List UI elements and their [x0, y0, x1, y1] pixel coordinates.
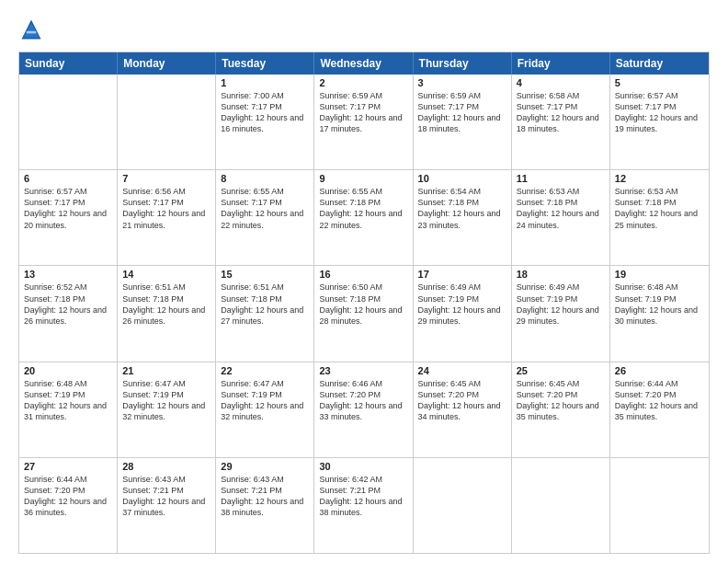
day-info: Sunrise: 6:48 AMSunset: 7:19 PMDaylight:…	[615, 282, 704, 327]
logo-icon	[18, 17, 44, 42]
day-info: Sunrise: 6:45 AMSunset: 7:20 PMDaylight:…	[418, 378, 506, 423]
calendar-cell: 30Sunrise: 6:42 AMSunset: 7:21 PMDayligh…	[314, 458, 413, 553]
calendar-header-day: Sunday	[19, 52, 118, 75]
calendar-cell: 2Sunrise: 6:59 AMSunset: 7:17 PMDaylight…	[314, 75, 413, 169]
day-info: Sunrise: 6:45 AMSunset: 7:20 PMDaylight:…	[517, 378, 605, 423]
calendar-cell: 18Sunrise: 6:49 AMSunset: 7:19 PMDayligh…	[512, 266, 610, 361]
day-info: Sunrise: 6:49 AMSunset: 7:19 PMDaylight:…	[517, 282, 605, 327]
calendar-cell: 19Sunrise: 6:48 AMSunset: 7:19 PMDayligh…	[610, 266, 709, 361]
day-number: 2	[319, 77, 407, 88]
calendar-header-day: Thursday	[414, 52, 512, 75]
day-info: Sunrise: 6:50 AMSunset: 7:18 PMDaylight:…	[319, 282, 407, 327]
day-number: 3	[418, 77, 506, 88]
day-number: 10	[418, 173, 506, 184]
calendar-row: 1Sunrise: 7:00 AMSunset: 7:17 PMDaylight…	[19, 75, 709, 169]
day-number: 7	[122, 173, 210, 184]
day-info: Sunrise: 6:54 AMSunset: 7:18 PMDaylight:…	[418, 186, 506, 231]
calendar-cell: 20Sunrise: 6:48 AMSunset: 7:19 PMDayligh…	[19, 362, 118, 457]
day-number: 16	[319, 269, 407, 280]
day-info: Sunrise: 7:00 AMSunset: 7:17 PMDaylight:…	[221, 90, 309, 135]
day-number: 5	[615, 77, 704, 88]
day-info: Sunrise: 6:57 AMSunset: 7:17 PMDaylight:…	[24, 186, 112, 231]
calendar-body: 1Sunrise: 7:00 AMSunset: 7:17 PMDaylight…	[19, 75, 709, 553]
day-number: 11	[517, 173, 605, 184]
calendar-cell: 3Sunrise: 6:59 AMSunset: 7:17 PMDaylight…	[414, 75, 512, 169]
calendar-cell: 23Sunrise: 6:46 AMSunset: 7:20 PMDayligh…	[314, 362, 413, 457]
day-info: Sunrise: 6:59 AMSunset: 7:17 PMDaylight:…	[319, 90, 407, 135]
day-info: Sunrise: 6:52 AMSunset: 7:18 PMDaylight:…	[24, 282, 112, 327]
day-number: 25	[517, 365, 605, 376]
day-number: 15	[221, 269, 309, 280]
day-info: Sunrise: 6:59 AMSunset: 7:17 PMDaylight:…	[418, 90, 506, 135]
calendar-header-day: Tuesday	[216, 52, 314, 75]
calendar-header-day: Saturday	[610, 52, 709, 75]
calendar-cell: 17Sunrise: 6:49 AMSunset: 7:19 PMDayligh…	[414, 266, 512, 361]
calendar-cell-empty	[610, 458, 709, 553]
day-number: 14	[122, 269, 210, 280]
day-number: 6	[24, 173, 112, 184]
day-info: Sunrise: 6:58 AMSunset: 7:17 PMDaylight:…	[517, 90, 605, 135]
day-info: Sunrise: 6:51 AMSunset: 7:18 PMDaylight:…	[221, 282, 309, 327]
calendar-cell: 10Sunrise: 6:54 AMSunset: 7:18 PMDayligh…	[414, 170, 512, 265]
calendar-cell: 15Sunrise: 6:51 AMSunset: 7:18 PMDayligh…	[216, 266, 314, 361]
day-number: 26	[615, 365, 704, 376]
day-number: 17	[418, 269, 506, 280]
calendar-row: 13Sunrise: 6:52 AMSunset: 7:18 PMDayligh…	[19, 265, 709, 361]
day-number: 22	[221, 365, 309, 376]
calendar-cell: 14Sunrise: 6:51 AMSunset: 7:18 PMDayligh…	[118, 266, 216, 361]
day-info: Sunrise: 6:56 AMSunset: 7:17 PMDaylight:…	[122, 186, 210, 231]
calendar-cell: 12Sunrise: 6:53 AMSunset: 7:18 PMDayligh…	[610, 170, 709, 265]
day-number: 27	[24, 461, 112, 472]
day-number: 28	[122, 461, 210, 472]
day-info: Sunrise: 6:53 AMSunset: 7:18 PMDaylight:…	[615, 186, 704, 231]
day-info: Sunrise: 6:44 AMSunset: 7:20 PMDaylight:…	[615, 378, 704, 423]
calendar-cell: 21Sunrise: 6:47 AMSunset: 7:19 PMDayligh…	[118, 362, 216, 457]
calendar-cell: 13Sunrise: 6:52 AMSunset: 7:18 PMDayligh…	[19, 266, 118, 361]
calendar-cell: 5Sunrise: 6:57 AMSunset: 7:17 PMDaylight…	[610, 75, 709, 169]
page: SundayMondayTuesdayWednesdayThursdayFrid…	[0, 0, 728, 563]
day-number: 1	[221, 77, 309, 88]
day-number: 13	[24, 269, 112, 280]
day-info: Sunrise: 6:47 AMSunset: 7:19 PMDaylight:…	[221, 378, 309, 423]
calendar-cell-empty	[19, 75, 118, 169]
calendar-cell: 11Sunrise: 6:53 AMSunset: 7:18 PMDayligh…	[512, 170, 610, 265]
day-info: Sunrise: 6:43 AMSunset: 7:21 PMDaylight:…	[122, 474, 210, 519]
day-info: Sunrise: 6:44 AMSunset: 7:20 PMDaylight:…	[24, 474, 112, 519]
header	[18, 17, 710, 42]
day-info: Sunrise: 6:42 AMSunset: 7:21 PMDaylight:…	[319, 474, 407, 519]
day-info: Sunrise: 6:57 AMSunset: 7:17 PMDaylight:…	[615, 90, 704, 135]
calendar: SundayMondayTuesdayWednesdayThursdayFrid…	[18, 52, 710, 554]
calendar-cell-empty	[118, 75, 216, 169]
day-number: 24	[418, 365, 506, 376]
calendar-cell: 7Sunrise: 6:56 AMSunset: 7:17 PMDaylight…	[118, 170, 216, 265]
calendar-cell: 25Sunrise: 6:45 AMSunset: 7:20 PMDayligh…	[512, 362, 610, 457]
day-info: Sunrise: 6:43 AMSunset: 7:21 PMDaylight:…	[221, 474, 309, 519]
calendar-cell: 8Sunrise: 6:55 AMSunset: 7:17 PMDaylight…	[216, 170, 314, 265]
calendar-cell: 26Sunrise: 6:44 AMSunset: 7:20 PMDayligh…	[610, 362, 709, 457]
day-info: Sunrise: 6:49 AMSunset: 7:19 PMDaylight:…	[418, 282, 506, 327]
day-info: Sunrise: 6:51 AMSunset: 7:18 PMDaylight:…	[122, 282, 210, 327]
calendar-cell: 9Sunrise: 6:55 AMSunset: 7:18 PMDaylight…	[314, 170, 413, 265]
calendar-cell-empty	[414, 458, 512, 553]
calendar-cell-empty	[512, 458, 610, 553]
day-number: 12	[615, 173, 704, 184]
day-info: Sunrise: 6:46 AMSunset: 7:20 PMDaylight:…	[319, 378, 407, 423]
day-number: 8	[221, 173, 309, 184]
day-number: 29	[221, 461, 309, 472]
day-number: 19	[615, 269, 704, 280]
day-number: 23	[319, 365, 407, 376]
day-number: 30	[319, 461, 407, 472]
day-info: Sunrise: 6:53 AMSunset: 7:18 PMDaylight:…	[517, 186, 605, 231]
calendar-cell: 6Sunrise: 6:57 AMSunset: 7:17 PMDaylight…	[19, 170, 118, 265]
calendar-cell: 24Sunrise: 6:45 AMSunset: 7:20 PMDayligh…	[414, 362, 512, 457]
day-number: 18	[517, 269, 605, 280]
svg-rect-2	[27, 31, 37, 34]
calendar-cell: 28Sunrise: 6:43 AMSunset: 7:21 PMDayligh…	[118, 458, 216, 553]
calendar-cell: 22Sunrise: 6:47 AMSunset: 7:19 PMDayligh…	[216, 362, 314, 457]
day-number: 21	[122, 365, 210, 376]
day-info: Sunrise: 6:55 AMSunset: 7:18 PMDaylight:…	[319, 186, 407, 231]
calendar-row: 6Sunrise: 6:57 AMSunset: 7:17 PMDaylight…	[19, 169, 709, 265]
calendar-cell: 16Sunrise: 6:50 AMSunset: 7:18 PMDayligh…	[314, 266, 413, 361]
day-number: 4	[517, 77, 605, 88]
day-info: Sunrise: 6:48 AMSunset: 7:19 PMDaylight:…	[24, 378, 112, 423]
